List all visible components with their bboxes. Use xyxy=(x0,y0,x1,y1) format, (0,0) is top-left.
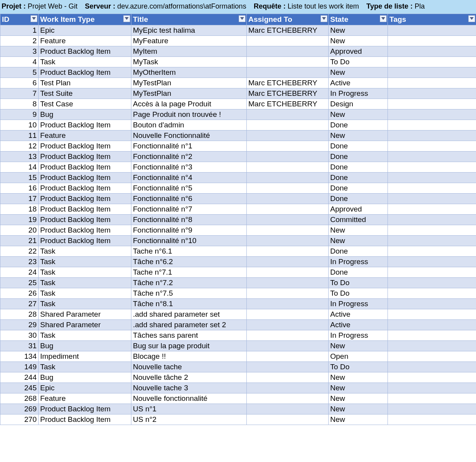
cell-work-item-type[interactable]: Task xyxy=(39,57,131,67)
cell-work-item-type[interactable]: Task xyxy=(39,257,131,267)
cell-id[interactable]: 7 xyxy=(0,88,39,99)
filter-button-work-item-type[interactable] xyxy=(123,15,130,22)
cell-state[interactable]: In Progress xyxy=(329,257,388,267)
table-row[interactable]: 27TaskTâche n°8.1In Progress xyxy=(0,299,476,309)
cell-id[interactable]: 15 xyxy=(0,173,39,183)
cell-title[interactable]: MyTestPlan xyxy=(131,88,247,99)
cell-tags[interactable] xyxy=(388,299,476,309)
cell-tags[interactable] xyxy=(388,246,476,257)
cell-title[interactable]: US n°1 xyxy=(131,404,247,414)
cell-state[interactable]: Done xyxy=(329,194,388,204)
cell-state[interactable]: New xyxy=(329,67,388,78)
header-state[interactable]: State xyxy=(329,14,388,25)
cell-tags[interactable] xyxy=(388,362,476,372)
cell-assigned-to[interactable] xyxy=(247,267,329,278)
filter-button-state[interactable] xyxy=(380,15,387,22)
cell-work-item-type[interactable]: Product Backlog Item xyxy=(39,162,131,173)
table-row[interactable]: 30TaskTâches sans parentIn Progress xyxy=(0,330,476,341)
cell-assigned-to[interactable] xyxy=(247,152,329,162)
cell-id[interactable]: 5 xyxy=(0,67,39,78)
cell-assigned-to[interactable] xyxy=(247,393,329,404)
cell-id[interactable]: 1 xyxy=(0,25,39,36)
cell-id[interactable]: 12 xyxy=(0,141,39,152)
cell-state[interactable]: Active xyxy=(329,309,388,320)
table-row[interactable]: 270Product Backlog ItemUS n°2New xyxy=(0,414,476,425)
cell-id[interactable]: 29 xyxy=(0,320,39,330)
table-row[interactable]: 12Product Backlog ItemFonctionnalité n°1… xyxy=(0,141,476,152)
cell-state[interactable]: New xyxy=(329,225,388,236)
cell-work-item-type[interactable]: Task xyxy=(39,278,131,288)
cell-tags[interactable] xyxy=(388,57,476,67)
cell-state[interactable]: To Do xyxy=(329,278,388,288)
cell-tags[interactable] xyxy=(388,215,476,225)
cell-title[interactable]: Tâche n°7.5 xyxy=(131,288,247,299)
cell-tags[interactable] xyxy=(388,225,476,236)
cell-id[interactable]: 23 xyxy=(0,257,39,267)
table-row[interactable]: 21Product Backlog ItemFonctionnalité n°1… xyxy=(0,236,476,246)
cell-id[interactable]: 4 xyxy=(0,57,39,67)
cell-id[interactable]: 25 xyxy=(0,278,39,288)
table-row[interactable]: 3Product Backlog ItemMyItemApproved xyxy=(0,46,476,57)
cell-title[interactable]: Fonctionnalité n°7 xyxy=(131,204,247,215)
cell-tags[interactable] xyxy=(388,309,476,320)
cell-id[interactable]: 16 xyxy=(0,183,39,194)
cell-tags[interactable] xyxy=(388,78,476,88)
cell-tags[interactable] xyxy=(388,204,476,215)
cell-state[interactable]: New xyxy=(329,414,388,425)
cell-id[interactable]: 27 xyxy=(0,299,39,309)
cell-id[interactable]: 245 xyxy=(0,383,39,393)
table-row[interactable]: 15Product Backlog ItemFonctionnalité n°4… xyxy=(0,173,476,183)
cell-title[interactable]: Nouvelle tâche 2 xyxy=(131,372,247,383)
cell-title[interactable]: Fonctionnalité n°2 xyxy=(131,152,247,162)
cell-id[interactable]: 8 xyxy=(0,99,39,109)
cell-assigned-to[interactable] xyxy=(247,404,329,414)
cell-state[interactable]: New xyxy=(329,383,388,393)
cell-title[interactable]: Nouvelle fonctionnalité xyxy=(131,393,247,404)
cell-tags[interactable] xyxy=(388,351,476,362)
cell-tags[interactable] xyxy=(388,383,476,393)
table-row[interactable]: 149TaskNouvelle tacheTo Do xyxy=(0,362,476,372)
cell-title[interactable]: MyTestPlan xyxy=(131,78,247,88)
cell-state[interactable]: New xyxy=(329,25,388,36)
cell-assigned-to[interactable] xyxy=(247,225,329,236)
table-row[interactable]: 9BugPage Produit non trouvée !New xyxy=(0,109,476,120)
cell-work-item-type[interactable]: Feature xyxy=(39,36,131,46)
cell-title[interactable]: Accès à la page Produit xyxy=(131,99,247,109)
cell-title[interactable]: Tache n°7.1 xyxy=(131,267,247,278)
cell-id[interactable]: 19 xyxy=(0,215,39,225)
cell-tags[interactable] xyxy=(388,46,476,57)
table-row[interactable]: 14Product Backlog ItemFonctionnalité n°3… xyxy=(0,162,476,173)
cell-work-item-type[interactable]: Test Case xyxy=(39,99,131,109)
table-row[interactable]: 28Shared Parameter.add shared parameter … xyxy=(0,309,476,320)
cell-title[interactable]: Fonctionnalité n°10 xyxy=(131,236,247,246)
cell-title[interactable]: Nouvelle tache xyxy=(131,362,247,372)
cell-id[interactable]: 31 xyxy=(0,341,39,351)
cell-assigned-to[interactable] xyxy=(247,341,329,351)
cell-tags[interactable] xyxy=(388,141,476,152)
table-row[interactable]: 18Product Backlog ItemFonctionnalité n°7… xyxy=(0,204,476,215)
cell-state[interactable]: Committed xyxy=(329,215,388,225)
cell-assigned-to[interactable] xyxy=(247,330,329,341)
cell-state[interactable]: New xyxy=(329,130,388,141)
cell-title[interactable]: Fonctionnalité n°4 xyxy=(131,173,247,183)
cell-state[interactable]: New xyxy=(329,404,388,414)
cell-state[interactable]: Done xyxy=(329,267,388,278)
cell-work-item-type[interactable]: Product Backlog Item xyxy=(39,152,131,162)
cell-id[interactable]: 9 xyxy=(0,109,39,120)
cell-assigned-to[interactable] xyxy=(247,120,329,130)
cell-work-item-type[interactable]: Epic xyxy=(39,383,131,393)
cell-title[interactable]: Nouvelle Fonctionnalité xyxy=(131,130,247,141)
cell-work-item-type[interactable]: Feature xyxy=(39,130,131,141)
cell-assigned-to[interactable] xyxy=(247,362,329,372)
cell-work-item-type[interactable]: Task xyxy=(39,267,131,278)
cell-work-item-type[interactable]: Product Backlog Item xyxy=(39,173,131,183)
table-row[interactable]: 19Product Backlog ItemFonctionnalité n°8… xyxy=(0,215,476,225)
cell-work-item-type[interactable]: Product Backlog Item xyxy=(39,141,131,152)
cell-assigned-to[interactable] xyxy=(247,194,329,204)
cell-title[interactable]: Nouvelle tache 3 xyxy=(131,383,247,393)
cell-work-item-type[interactable]: Task xyxy=(39,288,131,299)
table-row[interactable]: 31BugBug sur la page produitNew xyxy=(0,341,476,351)
cell-id[interactable]: 17 xyxy=(0,194,39,204)
cell-tags[interactable] xyxy=(388,88,476,99)
cell-work-item-type[interactable]: Product Backlog Item xyxy=(39,46,131,57)
